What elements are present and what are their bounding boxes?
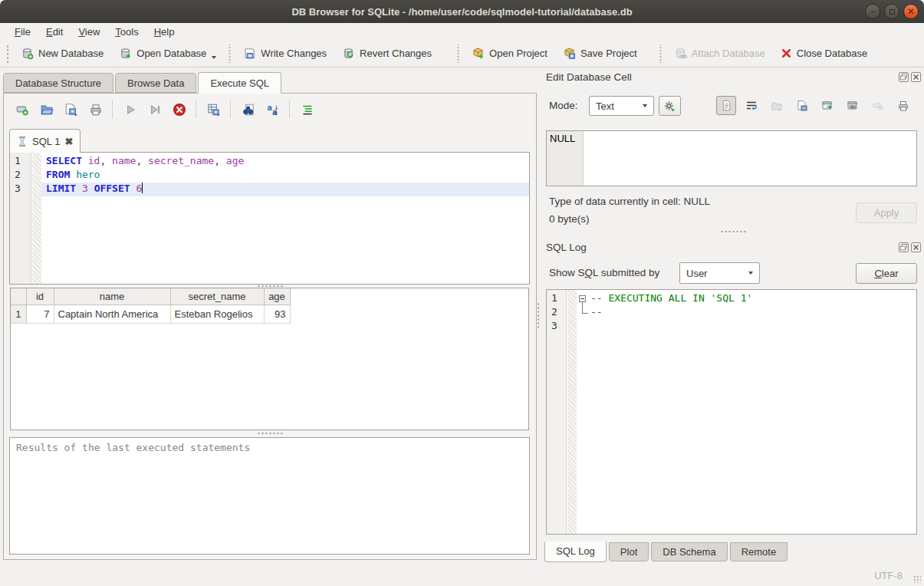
- dock-splitter[interactable]: [541, 229, 924, 234]
- log-filter-select[interactable]: User: [679, 262, 760, 284]
- column-header-age[interactable]: age: [264, 288, 290, 305]
- autocomplete-case-button[interactable]: a a: [262, 100, 284, 120]
- close-button[interactable]: ✕: [903, 4, 919, 19]
- open-file-icon: [771, 100, 783, 112]
- stop-execution-button[interactable]: [169, 100, 190, 120]
- results-message-area[interactable]: Results of the last executed statements: [9, 437, 530, 555]
- import-cell-data-button[interactable]: [767, 96, 787, 115]
- attach-database-button[interactable]: Attach Database: [666, 42, 773, 65]
- menu-tools[interactable]: Tools: [108, 25, 145, 39]
- results-message-splitter[interactable]: [4, 431, 536, 436]
- main-tab-bar: Database Structure Browse Data Execute S…: [3, 72, 283, 93]
- sql-log-editor[interactable]: 1 2 3 -- EXECUTING ALL IN 'SQL 1' --: [546, 289, 917, 535]
- sql-editor[interactable]: 1 2 3 SELECT id, name, secret_name, age …: [9, 152, 530, 285]
- chevron-down-icon: [748, 272, 753, 275]
- cell-value-editor[interactable]: NULL: [546, 130, 917, 186]
- execute-all-icon: [123, 103, 137, 117]
- execute-all-button[interactable]: [120, 100, 141, 120]
- float-panel-button[interactable]: [899, 72, 909, 82]
- save-sql-file-button[interactable]: [61, 100, 82, 120]
- open-database-dropdown-arrow[interactable]: [212, 56, 216, 59]
- clear-log-button[interactable]: Clear: [856, 263, 917, 284]
- apply-default-mode-button[interactable]: [659, 96, 681, 116]
- print-sql-button[interactable]: [85, 100, 107, 120]
- format-sql-button[interactable]: [297, 100, 318, 120]
- tab-execute-sql[interactable]: Execute SQL: [198, 72, 281, 94]
- sql-line-2: FROM hero: [46, 169, 100, 180]
- link-icon: [847, 100, 859, 112]
- save-results-button[interactable]: [203, 100, 225, 120]
- fold-connector: [582, 302, 588, 314]
- apply-button[interactable]: Apply: [856, 202, 917, 223]
- word-wrap-button[interactable]: [742, 96, 761, 115]
- save-sql-file-icon: [64, 103, 79, 117]
- set-null-button[interactable]: [868, 96, 888, 115]
- external-window-icon: [821, 100, 834, 112]
- results-grid[interactable]: id name secret_name age 1 7 Captain Nort…: [10, 288, 529, 430]
- open-database-icon: [119, 47, 132, 60]
- resize-grip[interactable]: [913, 575, 921, 583]
- revert-changes-icon: [342, 47, 355, 60]
- main-splitter[interactable]: [536, 299, 541, 333]
- cell-id[interactable]: 7: [26, 305, 54, 323]
- menu-help[interactable]: Help: [147, 25, 182, 39]
- revert-changes-button[interactable]: Revert Changes: [334, 42, 439, 65]
- copy-link-button[interactable]: [843, 96, 863, 115]
- close-panel-button[interactable]: [911, 242, 921, 252]
- sql-editor-tab[interactable]: SQL 1 ✖: [9, 129, 81, 153]
- find-button[interactable]: [238, 100, 259, 120]
- cell-name[interactable]: Captain North America: [54, 305, 170, 323]
- cell-null-gutter: NULL: [547, 131, 584, 186]
- titlebar[interactable]: DB Browser for SQLite - /home/user/code/…: [0, 0, 924, 23]
- close-panel-button[interactable]: [911, 72, 921, 82]
- menu-file[interactable]: File: [8, 25, 38, 39]
- fold-collapse-icon[interactable]: [579, 295, 586, 302]
- print-icon: [897, 100, 909, 112]
- maximize-button[interactable]: [884, 4, 899, 19]
- new-database-button[interactable]: New Database: [13, 42, 111, 65]
- tab-browse-data[interactable]: Browse Data: [115, 73, 196, 93]
- cell-secret-name[interactable]: Esteban Rogelios: [170, 305, 264, 323]
- row-header[interactable]: 1: [11, 305, 26, 323]
- menu-edit[interactable]: Edit: [39, 25, 70, 39]
- tab-remote[interactable]: Remote: [730, 542, 788, 561]
- write-changes-button[interactable]: Write Changes: [235, 42, 334, 65]
- corner-header[interactable]: [11, 288, 26, 305]
- save-project-icon: [563, 47, 576, 60]
- sql-toolbar: a a: [12, 98, 318, 121]
- edit-cell-dock-buttons: [899, 72, 921, 82]
- tab-plot[interactable]: Plot: [609, 542, 649, 561]
- close-sql-tab-icon[interactable]: ✖: [64, 136, 73, 147]
- column-header-id[interactable]: id: [26, 288, 54, 305]
- minimize-button[interactable]: −: [865, 4, 880, 19]
- app-window: DB Browser for SQLite - /home/user/code/…: [0, 0, 924, 586]
- column-header-name[interactable]: name: [54, 288, 170, 305]
- close-database-button[interactable]: Close Database: [773, 42, 876, 65]
- float-panel-button[interactable]: [899, 242, 909, 252]
- save-project-button[interactable]: Save Project: [555, 42, 645, 65]
- toolbar-drag-handle[interactable]: [6, 44, 10, 63]
- cell-mode-select[interactable]: Text: [589, 96, 654, 116]
- sql-toolbar-separator: [230, 101, 232, 118]
- open-project-button[interactable]: Open Project: [464, 42, 555, 65]
- log-filter-label: Show SQL submitted by: [549, 267, 659, 278]
- sql-log-title: SQL Log: [546, 242, 587, 253]
- encoding-indicator[interactable]: UTF-8: [874, 570, 903, 581]
- export-cell-data-button[interactable]: [792, 96, 812, 115]
- open-in-external-button[interactable]: [817, 96, 837, 115]
- menu-view[interactable]: View: [71, 25, 107, 39]
- open-sql-file-button[interactable]: [36, 100, 58, 120]
- open-database-button[interactable]: Open Database: [111, 42, 224, 65]
- open-project-icon: [472, 47, 485, 60]
- text-mode-button[interactable]: [716, 96, 736, 115]
- log-line-2: --: [590, 306, 603, 318]
- new-database-icon: [21, 47, 34, 60]
- tab-sql-log[interactable]: SQL Log: [544, 542, 607, 562]
- column-header-secret-name[interactable]: secret_name: [170, 288, 264, 305]
- tab-database-structure[interactable]: Database Structure: [3, 73, 113, 93]
- open-sql-new-tab-button[interactable]: [12, 100, 33, 120]
- execute-line-button[interactable]: [144, 100, 166, 120]
- cell-age[interactable]: 93: [264, 305, 290, 323]
- print-cell-button[interactable]: [893, 96, 913, 115]
- tab-db-schema[interactable]: DB Schema: [651, 542, 727, 561]
